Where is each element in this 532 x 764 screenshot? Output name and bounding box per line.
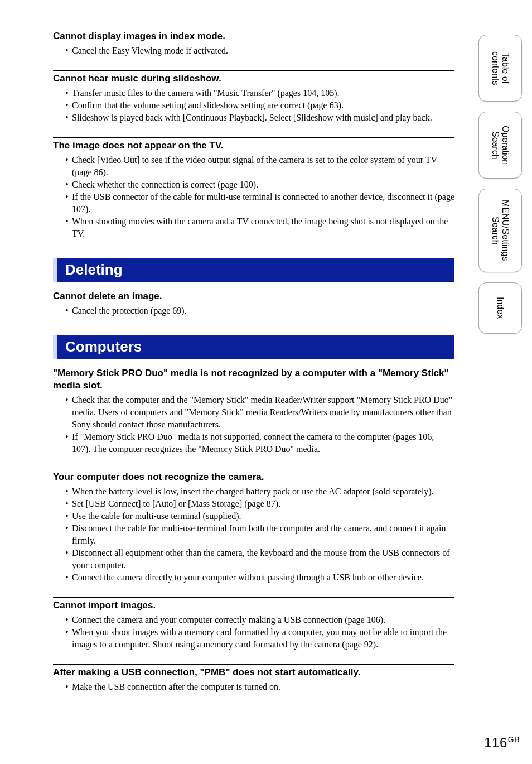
issue-list: When the battery level is low, insert th… [53,486,454,584]
section-heading: Deleting [53,258,454,282]
sidetab-operation-search[interactable]: Operation Search [478,112,522,179]
issue-list: Check [Video Out] to see if the video ou… [53,154,454,240]
page-number-value: 116 [484,735,507,750]
list-item: When the battery level is low, insert th… [72,486,454,498]
list-item: Make the USB connection after the comput… [72,681,454,693]
sidetab-label: Index [495,297,505,319]
sidetab-label: Table of contents [490,51,510,85]
issue-title: Cannot import images. [53,599,454,612]
issue-title: After making a USB connection, "PMB" doe… [53,666,454,679]
list-item: Transfer music files to the camera with … [72,87,454,99]
issue-list: Connect the camera and your computer cor… [53,614,454,651]
page-region: GB [508,735,520,744]
issue-title: Cannot delete an image. [53,290,454,302]
issue-list: Cancel the protection (page 69). [53,305,454,317]
sidetab-label: MENU/Settings Search [490,200,510,261]
list-item: If "Memory Stick PRO Duo" media is not s… [72,431,454,455]
list-item: Check whether the connection is correct … [72,179,454,191]
issue-title: "Memory Stick PRO Duo" media is not reco… [53,367,454,392]
issue-list: Make the USB connection after the comput… [53,681,454,693]
issue-list: Cancel the Easy Viewing mode if activate… [53,45,454,57]
rule [53,469,454,469]
rule [53,664,454,665]
sidetab-menu-settings[interactable]: MENU/Settings Search [478,189,522,272]
rule [53,70,454,71]
section-heading-wrap: Computers [53,330,454,367]
sidetab-toc[interactable]: Table of contents [478,35,522,102]
section-heading: Computers [53,335,454,359]
list-item: Use the cable for multi-use terminal (su… [72,510,454,522]
issue-title: The image does not appear on the TV. [53,140,454,152]
issue-title: Cannot hear music during slideshow. [53,73,454,85]
list-item: Cancel the Easy Viewing mode if activate… [72,45,454,57]
list-item: Confirm that the volume setting and slid… [72,99,454,112]
issue-list: Transfer music files to the camera with … [53,87,454,124]
page-number: 116GB [484,735,520,751]
list-item: Check that the computer and the "Memory … [72,394,454,431]
list-item: Disconnect all equipment other than the … [72,547,454,571]
list-item: Disconnect the cable for multi-use termi… [72,522,454,547]
list-item: Cancel the protection (page 69). [72,305,454,317]
list-item: Connect the camera directly to your comp… [72,571,454,584]
list-item: If the USB connector of the cable for mu… [72,191,454,215]
rule [53,28,454,28]
section-heading-wrap: Deleting [53,253,454,290]
list-item: Slideshow is played back with [Continuou… [72,112,454,124]
sidetab-index[interactable]: Index [478,282,522,334]
rule [53,597,454,598]
list-item: When you shoot images with a memory card… [72,626,454,651]
list-item: Check [Video Out] to see if the video ou… [72,154,454,179]
sidetab-label: Operation Search [490,126,510,165]
list-item: Connect the camera and your computer cor… [72,614,454,626]
side-tab-group: Table of contents Operation Search MENU/… [478,35,522,334]
issue-list: Check that the computer and the "Memory … [53,394,454,455]
list-item: Set [USB Connect] to [Auto] or [Mass Sto… [72,498,454,510]
list-item: When shooting movies with the camera and… [72,215,454,240]
issue-title: Your computer does not recognize the cam… [53,471,454,483]
issue-title: Cannot display images in index mode. [53,30,454,42]
page-content: Cannot display images in index mode. Can… [53,28,454,693]
rule [53,137,454,138]
